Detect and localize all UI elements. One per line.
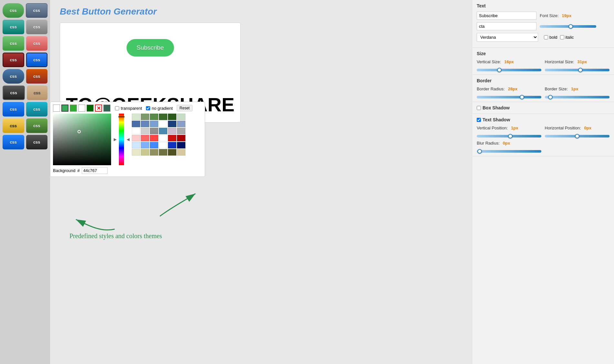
pc-19[interactable] [132,135,140,141]
pc-33[interactable] [150,149,158,156]
sidebar-btn-6a[interactable]: css [3,86,25,100]
pc-7[interactable] [132,121,140,127]
sidebar-btn-9a[interactable]: css [3,135,24,149]
pc-11[interactable] [168,121,176,127]
sidebar-btn-7a[interactable]: css [3,102,24,116]
pc-36[interactable] [177,149,185,156]
hue-bar[interactable] [119,114,124,165]
preset-swatch-green[interactable] [70,105,77,112]
pc-23[interactable] [168,135,176,141]
sidebar-btn-3a[interactable]: css [3,36,24,51]
sidebar-btn-1a[interactable]: css [3,3,24,18]
pc-26[interactable] [141,142,149,148]
border-radius-thumb[interactable] [520,95,524,99]
pc-6[interactable] [177,114,185,120]
pc-16[interactable] [159,128,167,134]
font-size-thumb[interactable] [568,24,573,29]
box-shadow-option[interactable]: Box Shadow [477,105,609,110]
horizontal-size-slider[interactable] [545,69,609,71]
text-shadow-option[interactable]: Text Shadow [477,117,609,122]
expand-arrow-left[interactable]: ▶ [113,114,117,165]
size-controls: Vertical Size: 16px Horizontal Size: 31p… [477,59,609,71]
preset-swatch-dark-green[interactable] [87,105,94,112]
pc-21[interactable] [150,135,158,141]
preset-swatch-white2[interactable] [78,105,85,112]
no-gradient-option[interactable]: no gradient [146,106,173,111]
sidebar-btn-4a[interactable]: css [3,53,24,67]
pc-15[interactable] [150,128,158,134]
sidebar-btn-4b[interactable]: css [26,53,48,67]
pc-1[interactable] [132,114,140,120]
pc-30[interactable] [177,142,185,148]
bold-option[interactable]: bold [544,35,557,40]
pc-24[interactable] [177,135,185,141]
pc-29[interactable] [168,142,176,148]
pc-17[interactable] [168,128,176,134]
vertical-size-thumb[interactable] [497,68,502,72]
border-radius-slider[interactable] [477,96,541,98]
sidebar-btn-3b[interactable]: css [26,36,48,51]
italic-option[interactable]: italic [560,35,574,40]
pc-8[interactable] [141,121,149,127]
ts-horizontal-slider[interactable] [545,135,609,137]
preset-swatch-dark[interactable] [103,105,110,112]
font-size-slider[interactable] [540,25,596,28]
pc-12[interactable] [177,121,185,127]
pc-3[interactable] [150,114,158,120]
gradient-canvas[interactable] [53,114,111,165]
ts-blur-thumb[interactable] [477,149,482,154]
sidebar-btn-8b[interactable]: css [26,118,48,133]
bold-checkbox[interactable] [544,35,548,39]
border-size-slider[interactable] [545,96,609,98]
pc-22[interactable] [159,135,167,141]
sidebar-btn-5b[interactable]: css [26,69,48,84]
pc-4[interactable] [159,114,167,120]
expand-arrow-right[interactable]: ◀ [126,114,130,165]
horizontal-size-thumb[interactable] [578,68,583,72]
pc-10[interactable] [159,121,167,127]
pc-14[interactable] [141,128,149,134]
pc-27[interactable] [150,142,158,148]
pc-32[interactable] [141,149,149,156]
sidebar-btn-1b[interactable]: css [26,3,48,18]
sidebar-btn-7b[interactable]: css [26,102,48,116]
transparent-checkbox[interactable] [115,106,119,110]
pc-25[interactable] [132,142,140,148]
ts-horizontal-thumb[interactable] [575,134,579,138]
preset-swatch-x[interactable]: ✕ [95,105,102,112]
ts-blur-slider[interactable] [477,150,541,153]
sidebar-btn-9b[interactable]: css [26,135,48,149]
ts-vertical-thumb[interactable] [508,134,513,138]
transparent-option[interactable]: transparent [115,106,142,111]
pc-28[interactable] [159,142,167,148]
preset-swatch-green-dark[interactable] [61,105,68,112]
sidebar-btn-2b[interactable]: css [26,20,48,34]
button-text-input[interactable] [477,12,536,20]
pc-13[interactable] [132,128,140,134]
reset-button[interactable]: Reset [177,105,193,111]
no-gradient-checkbox[interactable] [146,106,150,110]
pc-9[interactable] [150,121,158,127]
italic-checkbox[interactable] [560,35,564,39]
pc-18[interactable] [177,128,185,134]
sidebar-btn-2a[interactable]: css [3,20,24,34]
ts-vertical-slider[interactable] [477,135,541,137]
preset-swatch-white[interactable] [53,105,60,112]
sidebar-btn-6b[interactable]: css [27,86,48,100]
class-input[interactable] [477,22,536,30]
text-shadow-checkbox[interactable] [477,118,481,122]
box-shadow-checkbox[interactable] [477,106,481,110]
pc-34[interactable] [159,149,167,156]
border-size-thumb[interactable] [548,95,553,99]
sidebar-btn-5a[interactable]: css [3,69,24,84]
pc-2[interactable] [141,114,149,120]
pc-35[interactable] [168,149,176,156]
font-select[interactable]: Verdana Arial Georgia Times New Roman [477,33,538,42]
subscribe-button[interactable]: Subscribe [127,39,174,56]
pc-5[interactable] [168,114,176,120]
sidebar-btn-8a[interactable]: css [3,118,24,133]
pc-31[interactable] [132,149,140,156]
hex-input[interactable] [82,167,108,174]
pc-20[interactable] [141,135,149,141]
vertical-size-slider[interactable] [477,69,541,71]
